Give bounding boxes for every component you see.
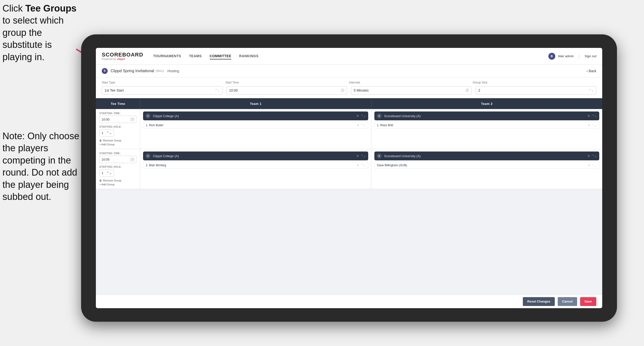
- col-team2-header: Team 2: [371, 98, 602, 109]
- group-row-2: STARTING TIME: 10:05 🕐 STARTING HOLE: 1 …: [96, 149, 602, 189]
- player1-name-1: 1. Rich Butler: [146, 123, 357, 127]
- nav-right: B blair admin | Sign out: [548, 53, 596, 60]
- nav-committee[interactable]: COMMITTEE: [210, 53, 232, 59]
- remove-group-btn-1[interactable]: 🗑 Remove Group: [99, 139, 136, 142]
- instruction-bold: Tee Groups: [25, 3, 76, 13]
- player2-arrow-2: ⌃⌄: [592, 164, 596, 167]
- logo-area: SCOREBOARD Powered by clippd: [102, 52, 143, 60]
- group-teams-1: C Clippd College (A) ✕ ⌃⌄ 1. Rich Butler…: [140, 109, 602, 149]
- team1-arrow-2: ⌃⌄: [361, 154, 366, 158]
- intervals-input[interactable]: 5 Minutes 🕐: [351, 86, 472, 94]
- start-time-arrow: 🕐: [341, 89, 344, 92]
- player2-remove-2[interactable]: ✕: [588, 164, 590, 167]
- intervals-arrow: 🕐: [465, 89, 469, 92]
- reset-changes-button[interactable]: Reset Changes: [523, 297, 555, 306]
- settings-bar: Start Type Start Time Intervals Group Si…: [96, 77, 602, 98]
- team1-name-2: Clippd College (A): [153, 154, 356, 158]
- team1-card-1[interactable]: C Clippd College (A) ✕ ⌃⌄: [143, 111, 368, 120]
- time-icon-2: 🕐: [130, 158, 134, 161]
- team2-arrow-1: ⌃⌄: [592, 114, 597, 118]
- team2-card-1[interactable]: S Scoreboard University (A) ✕ ⌃⌄: [374, 111, 600, 120]
- player1-name-2: 2. Blair McHarg: [146, 164, 357, 167]
- breadcrumb-back[interactable]: ‹ Back: [586, 69, 596, 73]
- starting-hole-input-1[interactable]: 1 ⌃⌄: [99, 129, 114, 137]
- player2-remove-1[interactable]: ✕: [588, 124, 590, 127]
- main-content: STARTING TIME: 10:00 🕐 STARTING HOLE: 1 …: [96, 109, 602, 295]
- pipe-divider: |: [578, 54, 580, 58]
- group-size-arrow: ⌃⌄: [589, 89, 594, 92]
- nav-items: TOURNAMENTS TEAMS COMMITTEE RANKINGS: [153, 53, 548, 59]
- sign-out-link[interactable]: Sign out: [584, 54, 596, 58]
- logo-scoreboard: SCOREBOARD: [102, 52, 143, 57]
- group-size-input[interactable]: 2 ⌃⌄: [476, 86, 596, 94]
- nav-rankings[interactable]: RANKINGS: [239, 53, 258, 59]
- start-time-label: Start Time: [226, 81, 349, 84]
- player1-remove-1[interactable]: ✕: [357, 124, 359, 127]
- team2-actions-1: ✕ ⌃⌄: [588, 114, 597, 118]
- start-time-input[interactable]: 10:00 🕐: [226, 86, 347, 94]
- player2-name-2: Dave Billingham (SUB): [377, 164, 588, 167]
- team1-arrow-1: ⌃⌄: [361, 114, 366, 118]
- footer-bar: Reset Changes Cancel Save: [96, 295, 602, 308]
- team1-actions-2: ✕ ⌃⌄: [356, 154, 366, 158]
- starting-time-label-1: STARTING TIME:: [99, 112, 136, 115]
- player2-actions-1: ✕ ⌃⌄: [588, 124, 596, 127]
- team2-remove-2[interactable]: ✕: [588, 154, 590, 158]
- time-icon-1: 🕐: [130, 118, 134, 121]
- logo-clippd: clippd: [117, 57, 124, 60]
- nav-user-name: blair admin: [558, 54, 574, 58]
- team2-icon-2: S: [377, 153, 382, 158]
- team2-name-2: Scoreboard University (A): [384, 154, 588, 158]
- tablet-screen: SCOREBOARD Powered by clippd TOURNAMENTS…: [96, 48, 602, 308]
- note-label: Note: Only choosethe playerscompeting in…: [2, 131, 80, 202]
- group-row-1: STARTING TIME: 10:00 🕐 STARTING HOLE: 1 …: [96, 109, 602, 149]
- group-left-1: STARTING TIME: 10:00 🕐 STARTING HOLE: 1 …: [96, 109, 140, 149]
- player2-actions-2: ✕ ⌃⌄: [588, 164, 596, 167]
- player1-card-2: 2. Blair McHarg ✕ ⌃⌄: [143, 162, 368, 169]
- note-text: Note: Only choosethe playerscompeting in…: [2, 130, 86, 203]
- player1-actions-2: ✕ ⌃⌄: [357, 164, 366, 167]
- remove-group-btn-2[interactable]: 🗑 Remove Group: [99, 179, 136, 182]
- player2-arrow-1: ⌃⌄: [592, 124, 596, 127]
- team2-remove-1[interactable]: ✕: [588, 114, 590, 118]
- team1-cell-1: C Clippd College (A) ✕ ⌃⌄ 1. Rich Butler…: [140, 109, 372, 149]
- team2-arrow-2: ⌃⌄: [592, 154, 597, 158]
- add-group-btn-1[interactable]: + Add Group: [99, 143, 136, 146]
- starting-hole-input-2[interactable]: 1 ⌃⌄: [99, 169, 114, 177]
- team1-remove-2[interactable]: ✕: [356, 154, 359, 158]
- settings-inputs: 1st Tee Start ⌃⌄ 10:00 🕐 5 Minutes 🕐: [102, 86, 596, 94]
- remove-icon-2: 🗑: [99, 179, 102, 182]
- instruction-line2: to select which group the substitute is …: [2, 15, 64, 62]
- starting-time-input-1[interactable]: 10:00 🕐: [99, 116, 136, 123]
- team2-actions-2: ✕ ⌃⌄: [588, 154, 597, 158]
- save-button[interactable]: Save: [580, 297, 596, 306]
- add-group-btn-2[interactable]: + Add Group: [99, 183, 136, 186]
- team1-remove-1[interactable]: ✕: [356, 114, 359, 118]
- cancel-button[interactable]: Cancel: [558, 297, 577, 306]
- col-tee-time-header: Tee Time: [96, 98, 140, 109]
- intervals-group: 5 Minutes 🕐: [351, 86, 472, 94]
- player2-card-2: Dave Billingham (SUB) ✕ ⌃⌄: [374, 162, 600, 169]
- group-size-group: 2 ⌃⌄: [476, 86, 596, 94]
- start-type-input[interactable]: 1st Tee Start ⌃⌄: [102, 86, 222, 94]
- nav-tournaments[interactable]: TOURNAMENTS: [153, 53, 181, 59]
- remove-icon-1: 🗑: [99, 139, 102, 142]
- team1-card-2[interactable]: C Clippd College (A) ✕ ⌃⌄: [143, 151, 368, 160]
- breadcrumb-badge: (Men): [156, 69, 164, 73]
- player1-arrow-2: ⌃⌄: [361, 164, 366, 167]
- starting-time-input-2[interactable]: 10:05 🕐: [99, 156, 136, 163]
- group-size-label: Group Size: [473, 81, 596, 84]
- hole-arrow-2: ⌃⌄: [106, 171, 112, 175]
- hole-arrow-1: ⌃⌄: [106, 131, 112, 135]
- tablet-frame: SCOREBOARD Powered by clippd TOURNAMENTS…: [81, 34, 617, 322]
- start-time-group: 10:00 🕐: [226, 86, 347, 94]
- player1-actions-1: ✕ ⌃⌄: [357, 124, 366, 127]
- team2-icon-1: S: [377, 113, 382, 118]
- col-team1-header: Team 1: [140, 98, 371, 109]
- player1-remove-2[interactable]: ✕: [357, 164, 359, 167]
- user-avatar: B: [548, 53, 555, 60]
- intervals-label: Intervals: [349, 81, 473, 84]
- team1-name-1: Clippd College (A): [153, 114, 356, 118]
- nav-teams[interactable]: TEAMS: [189, 53, 202, 59]
- team2-card-2[interactable]: S Scoreboard University (A) ✕ ⌃⌄: [374, 151, 600, 160]
